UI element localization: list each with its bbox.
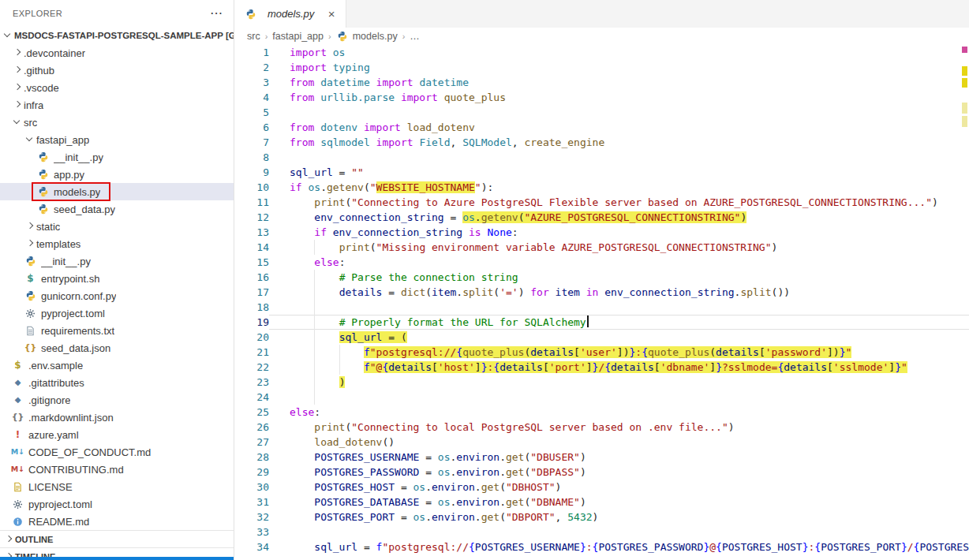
tree-file-env-sample[interactable]: $.env.sample bbox=[0, 357, 234, 374]
tree-root-folder[interactable]: MSDOCS-FASTAPI-POSTGRESQL-SAMPLE-APP [GI… bbox=[0, 26, 234, 44]
code-line[interactable]: 32 POSTGRES_PORT = os.environ.get("DBPOR… bbox=[234, 510, 969, 525]
code-line[interactable]: 30 POSTGRES_HOST = os.environ.get("DBHOS… bbox=[234, 480, 969, 495]
code-line[interactable]: 9sql_url = "" bbox=[234, 165, 969, 180]
code-line[interactable]: 17 details = dict(item.split('=') for it… bbox=[234, 285, 969, 300]
code-line[interactable]: 34 sql_url = f"postgresql://{POSTGRES_US… bbox=[234, 539, 969, 554]
code-line[interactable]: 31 POSTGRES_DATABASE = os.environ.get("D… bbox=[234, 495, 969, 510]
python-icon bbox=[36, 168, 50, 181]
tree-file-seed-data-py[interactable]: seed_data.py bbox=[0, 200, 234, 218]
code-token: import bbox=[376, 77, 413, 88]
breadcrumb-item-fastapi-app[interactable]: fastapi_app bbox=[272, 31, 324, 42]
code-line[interactable]: 3from datetime import datetime bbox=[234, 75, 969, 90]
code-token: environ bbox=[456, 451, 499, 463]
tree-folder-devcontainer[interactable]: .devcontainer bbox=[0, 44, 234, 62]
tree-file-markdownlint-json[interactable]: {}.markdownlint.json bbox=[0, 409, 234, 426]
code-line[interactable]: 10if os.getenv("WEBSITE_HOSTNAME"): bbox=[234, 180, 969, 195]
code-line[interactable]: 14 print("Missing environment variable A… bbox=[234, 240, 969, 255]
tree-folder-infra[interactable]: infra bbox=[0, 96, 234, 114]
code-token: "@ bbox=[370, 361, 383, 373]
tree-folder-vscode[interactable]: .vscode bbox=[0, 79, 234, 96]
code-line[interactable]: 4from urllib.parse import quote_plus bbox=[234, 90, 969, 105]
tree-file-pyproject-toml[interactable]: pyproject.toml bbox=[0, 495, 234, 513]
code-line[interactable]: 15 else: bbox=[234, 255, 969, 270]
code-token bbox=[290, 496, 314, 508]
tree-file-requirements-txt[interactable]: requirements.txt bbox=[0, 322, 234, 339]
tree-file-init-py[interactable]: __init__.py bbox=[0, 252, 234, 270]
code-token: . bbox=[499, 451, 506, 463]
code-line[interactable]: 16 # Parse the connection string bbox=[234, 270, 969, 285]
code-line[interactable]: 5 bbox=[234, 105, 969, 120]
code-token: print bbox=[339, 241, 370, 253]
tree-file-seed-data-json[interactable]: {}seed_data.json bbox=[0, 339, 234, 357]
code-token: " bbox=[901, 361, 907, 373]
code-line[interactable]: 18 bbox=[234, 300, 969, 315]
code-line[interactable]: 13 if env_connection_string is None: bbox=[234, 225, 969, 240]
tree-file-init-py[interactable]: __init__.py bbox=[0, 148, 234, 166]
code-line[interactable]: 23 ) bbox=[234, 375, 969, 390]
tree-file-gitignore[interactable]: ◆.gitignore bbox=[0, 391, 234, 409]
code-line[interactable]: 12 env_connection_string = os.getenv("AZ… bbox=[234, 210, 969, 225]
code-line[interactable]: 2import typing bbox=[234, 60, 969, 75]
code-line[interactable]: 33 bbox=[234, 525, 969, 539]
tree-file-models-py[interactable]: models.py bbox=[0, 183, 234, 200]
overview-ruler[interactable] bbox=[960, 45, 969, 560]
code-token: [ bbox=[827, 361, 833, 373]
code-token: = bbox=[382, 286, 400, 298]
section-outline[interactable]: OUTLINE bbox=[0, 530, 234, 547]
tab-models-py[interactable]: models.py × bbox=[234, 0, 346, 28]
line-content: print("Connecting to Azure PostgreSQL Fl… bbox=[269, 195, 969, 210]
code-token: sqlmodel bbox=[320, 136, 370, 148]
code-line[interactable]: 11 print("Connecting to Azure PostgreSQL… bbox=[234, 195, 969, 210]
code-line[interactable]: 21 f"postgresql://{quote_plus(details['u… bbox=[234, 345, 969, 360]
tab-label: models.py bbox=[268, 8, 314, 20]
code-token bbox=[290, 541, 314, 553]
code-line[interactable]: 1import os bbox=[234, 45, 969, 60]
code-token: { bbox=[604, 361, 611, 373]
code-token bbox=[290, 346, 364, 358]
code-line[interactable]: 20 sql_url = ( bbox=[234, 330, 969, 345]
tree-file-entrypoint-sh[interactable]: $entrypoint.sh bbox=[0, 270, 234, 287]
tree-file-gitattributes[interactable]: ◆.gitattributes bbox=[0, 374, 234, 391]
more-actions-icon[interactable]: ⋯ bbox=[210, 9, 223, 17]
code-token: details bbox=[388, 361, 432, 373]
tree-file-code-of-conduct-md[interactable]: M↓CODE_OF_CONDUCT.md bbox=[0, 443, 234, 461]
line-content: POSTGRES_HOST = os.environ.get("DBHOST") bbox=[269, 480, 969, 495]
code-line[interactable]: 22 f"@{details['host']}:{details['port']… bbox=[234, 360, 969, 375]
tree-folder-templates[interactable]: templates bbox=[0, 235, 234, 252]
line-content: sql_url = f"postgresql://{POSTGRES_USERN… bbox=[269, 539, 969, 554]
code-line[interactable]: 24 bbox=[234, 390, 969, 405]
tree-folder-static[interactable]: static bbox=[0, 218, 234, 235]
breadcrumb-item-[interactable]: … bbox=[410, 31, 420, 42]
breadcrumb-item-src[interactable]: src bbox=[247, 31, 260, 42]
tree-folder-fastapi-app[interactable]: fastapi_app bbox=[0, 131, 234, 148]
tree-folder-src[interactable]: src bbox=[0, 114, 234, 131]
tree-file-readme-md[interactable]: README.md bbox=[0, 513, 234, 530]
code-token: get bbox=[481, 511, 499, 523]
tree-file-app-py[interactable]: app.py bbox=[0, 166, 234, 183]
code-line[interactable]: 25else: bbox=[234, 405, 969, 420]
code-line[interactable]: 29 POSTGRES_PASSWORD = os.environ.get("D… bbox=[234, 465, 969, 480]
code-token: 5432 bbox=[567, 511, 592, 523]
line-number: 14 bbox=[234, 240, 269, 255]
code-line[interactable]: 19 # Properly format the URL for SQLAlch… bbox=[234, 315, 969, 330]
code-line[interactable]: 6from dotenv import load_dotenv bbox=[234, 120, 969, 135]
code-line[interactable]: 7from sqlmodel import Field, SQLModel, c… bbox=[234, 135, 969, 150]
code-token bbox=[357, 121, 364, 133]
tree-file-license[interactable]: LICENSE bbox=[0, 478, 234, 495]
line-number: 18 bbox=[234, 300, 269, 315]
code-line[interactable]: 8 bbox=[234, 150, 969, 165]
line-content: print("Missing environment variable AZUR… bbox=[269, 240, 969, 255]
code-token: environ bbox=[432, 511, 475, 523]
close-icon[interactable]: × bbox=[325, 7, 338, 21]
code-line[interactable]: 26 print("Connecting to local PostgreSQL… bbox=[234, 420, 969, 435]
tree-file-gunicorn-conf-py[interactable]: gunicorn.conf.py bbox=[0, 287, 234, 304]
line-number: 3 bbox=[234, 75, 269, 90]
tree-file-contributing-md[interactable]: M↓CONTRIBUTING.md bbox=[0, 461, 234, 478]
code-line[interactable]: 28 POSTGRES_USERNAME = os.environ.get("D… bbox=[234, 450, 969, 465]
code-token: details bbox=[611, 361, 654, 373]
tree-file-azure-yaml[interactable]: !azure.yaml bbox=[0, 426, 234, 443]
tree-file-pyproject-toml[interactable]: pyproject.toml bbox=[0, 304, 234, 322]
code-line[interactable]: 27 load_dotenv() bbox=[234, 435, 969, 450]
tree-folder-github[interactable]: .github bbox=[0, 62, 234, 79]
breadcrumb-item-models-py[interactable]: models.py bbox=[336, 30, 398, 43]
